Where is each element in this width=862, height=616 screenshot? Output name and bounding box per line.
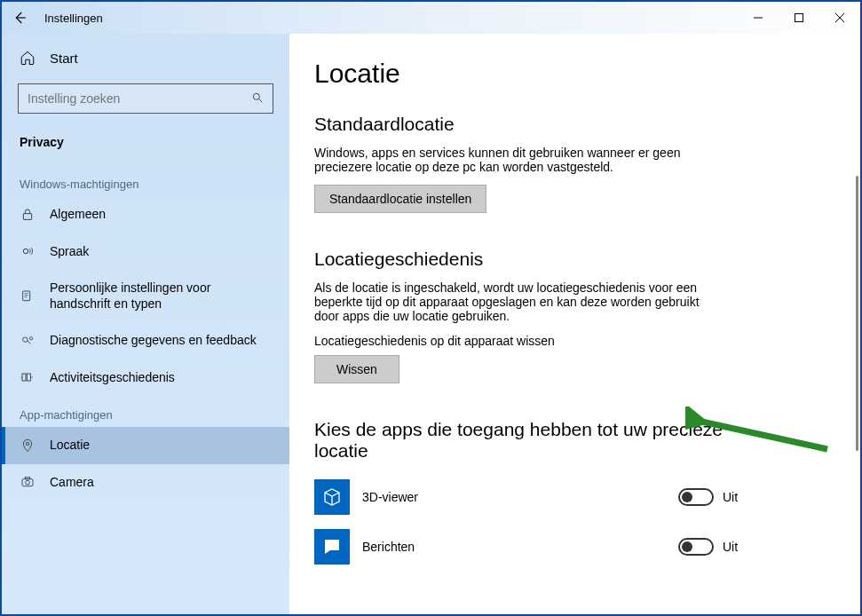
lock-icon: [20, 208, 36, 222]
nav-label: Locatie: [50, 438, 272, 454]
camera-icon: [20, 475, 36, 489]
chat-icon: [321, 536, 343, 557]
app-row-berichten: Berichten Uit: [314, 522, 758, 572]
nav-label: Diagnostische gegevens en feedback: [50, 333, 272, 349]
sidebar: Start Privacy Windows-machtigingen Algem…: [2, 34, 289, 614]
feedback-icon: [20, 334, 36, 348]
svg-rect-14: [22, 374, 26, 381]
app-icon-3dviewer: [314, 479, 350, 515]
main-content: Locatie Standaardlocatie Windows, apps e…: [289, 34, 860, 614]
minimize-button[interactable]: [738, 2, 779, 34]
toggle-3dviewer[interactable]: [678, 488, 714, 506]
close-button[interactable]: [819, 2, 860, 34]
search-box[interactable]: [18, 83, 273, 114]
speech-icon: [20, 244, 36, 258]
app-icon-berichten: [314, 529, 350, 565]
search-icon: [251, 91, 264, 107]
app-name: 3D-viewer: [362, 490, 678, 504]
nav-diagnostiek[interactable]: Diagnostische gegevens en feedback: [2, 322, 289, 359]
inking-icon: [20, 289, 36, 304]
app-row-3dviewer: 3D-viewer Uit: [314, 472, 758, 522]
home-nav[interactable]: Start: [2, 41, 289, 75]
svg-point-12: [23, 337, 28, 342]
location-icon: [20, 438, 36, 453]
default-location-group: Standaardlocatie Windows, apps en servic…: [314, 114, 860, 213]
minimize-icon: [753, 12, 763, 23]
home-label: Start: [50, 51, 78, 66]
category-label: Privacy: [2, 128, 289, 165]
app-name: Berichten: [362, 540, 678, 554]
svg-point-18: [26, 442, 28, 445]
activity-icon: [20, 370, 36, 384]
set-default-location-button[interactable]: Standaardlocatie instellen: [314, 185, 486, 213]
toggle-berichten[interactable]: [678, 538, 714, 556]
section-app-permissions: App-machtigingen: [2, 396, 289, 427]
svg-point-20: [26, 481, 30, 486]
svg-rect-19: [22, 479, 33, 486]
nav-label: Spraak: [50, 244, 272, 260]
nav-algemeen[interactable]: Algemeen: [2, 196, 289, 233]
back-arrow-icon: [12, 10, 28, 26]
nav-handschrift[interactable]: Persoonlijke instellingen voor handschri…: [2, 270, 289, 322]
svg-rect-1: [795, 14, 803, 22]
maximize-button[interactable]: [779, 2, 819, 34]
scrollbar[interactable]: [856, 176, 858, 451]
nav-spraak[interactable]: Spraak: [2, 233, 289, 271]
window-title: Instellingen: [44, 12, 103, 25]
apps-group: Kies de apps die toegang hebben tot uw p…: [314, 419, 860, 572]
svg-line-5: [259, 99, 263, 102]
home-icon: [20, 50, 36, 66]
svg-point-13: [29, 336, 32, 339]
default-location-heading: Standaardlocatie: [314, 114, 860, 135]
nav-label: Algemeen: [50, 207, 272, 223]
maximize-icon: [794, 12, 804, 23]
page-title: Locatie: [314, 59, 860, 89]
nav-label: Persoonlijke instellingen voor handschri…: [50, 280, 272, 312]
nav-camera[interactable]: Camera: [2, 464, 289, 501]
clear-history-button[interactable]: Wissen: [314, 355, 399, 383]
nav-label: Camera: [50, 475, 272, 491]
svg-rect-21: [25, 478, 29, 479]
svg-rect-8: [23, 291, 30, 301]
svg-rect-6: [23, 213, 31, 219]
toggle-state: Uit: [723, 490, 758, 504]
default-location-description: Windows, apps en services kunnen dit geb…: [314, 146, 723, 174]
apps-heading: Kies de apps die toegang hebben tot uw p…: [314, 419, 723, 462]
svg-point-4: [253, 93, 259, 99]
svg-rect-15: [27, 374, 30, 381]
history-heading: Locatiegeschiedenis: [314, 249, 860, 270]
toggle-state: Uit: [723, 540, 758, 554]
clear-history-label: Locatiegeschiedenis op dit apparaat wiss…: [314, 334, 860, 348]
titlebar: Instellingen: [2, 2, 860, 34]
svg-point-7: [23, 249, 28, 254]
history-description: Als de locatie is ingeschakeld, wordt uw…: [314, 280, 723, 323]
close-icon: [834, 12, 845, 23]
section-windows-permissions: Windows-machtigingen: [2, 165, 289, 196]
location-history-group: Locatiegeschiedenis Als de locatie is in…: [314, 249, 860, 383]
search-input[interactable]: [28, 91, 251, 106]
nav-activiteit[interactable]: Activiteitsgeschiedenis: [2, 359, 289, 397]
back-button[interactable]: [2, 2, 37, 34]
nav-label: Activiteitsgeschiedenis: [50, 370, 272, 386]
cube-icon: [321, 486, 343, 508]
nav-locatie[interactable]: Locatie: [2, 427, 289, 464]
